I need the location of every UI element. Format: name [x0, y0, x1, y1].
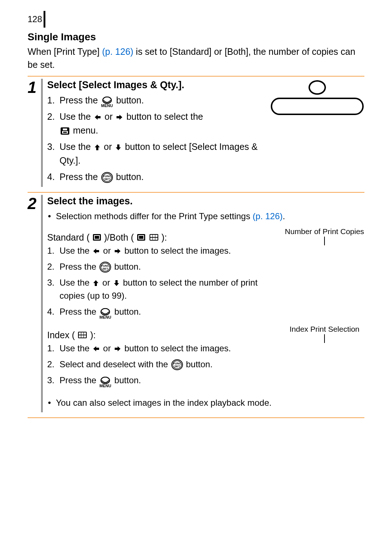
func-set-button-icon: FUNCSET: [171, 359, 183, 370]
step-1-number: 1: [28, 79, 41, 95]
step-1-item-4: Press the FUNCSET button.: [47, 170, 266, 184]
intro-text: When [Print Type] (p. 126) is set to [St…: [28, 45, 364, 71]
std-item-4: Press the MENU button.: [47, 305, 281, 318]
right-arrow-icon: [114, 248, 121, 254]
menu-button-icon: MENU: [99, 377, 111, 388]
svg-rect-29: [81, 332, 83, 335]
svg-rect-17: [153, 235, 155, 237]
std-item-2: Press the FUNCSET button.: [47, 260, 281, 273]
svg-rect-21: [155, 238, 158, 240]
camera-body-icon: [271, 98, 364, 115]
svg-rect-19: [150, 238, 152, 240]
left-arrow-icon: [93, 345, 100, 352]
page-ref-link[interactable]: (p. 126): [253, 211, 283, 221]
func-set-button-icon: FUNCSET: [99, 262, 111, 273]
svg-rect-2: [63, 128, 67, 130]
func-set-button-icon: FUNCSET: [101, 172, 113, 183]
page-ref-link[interactable]: (p. 126): [102, 46, 133, 57]
svg-rect-4: [63, 132, 67, 133]
std-item-3: Use the or button to select the number o…: [47, 276, 281, 302]
page-number: 128: [28, 14, 42, 24]
svg-rect-32: [81, 335, 83, 338]
idx-item-2: Select and deselect with the FUNCSET but…: [47, 358, 281, 371]
standard-print-icon: [137, 234, 146, 241]
camera-dial-icon: [309, 80, 326, 95]
idx-item-3: Press the MENU button.: [47, 374, 281, 387]
svg-text:SET: SET: [174, 365, 180, 368]
index-grid-icon: [149, 234, 159, 241]
step-2-number: 2: [28, 196, 41, 212]
step-2-bullet-1: Selection methods differ for the Print T…: [47, 210, 364, 223]
step-2: 2 Select the images. Selection methods d…: [28, 193, 364, 418]
svg-rect-20: [153, 238, 155, 240]
pointer-line: [324, 237, 325, 245]
svg-rect-30: [84, 332, 86, 335]
svg-rect-16: [150, 235, 152, 237]
svg-rect-11: [95, 236, 99, 239]
menu-button-icon: MENU: [101, 97, 113, 108]
camera-control-figure: [270, 80, 364, 115]
svg-rect-28: [79, 332, 81, 335]
step-1-title: Select [Select Images & Qty.].: [47, 79, 266, 91]
svg-text:SET: SET: [104, 177, 110, 181]
step-2-bullet-2: You can also select images in the index …: [47, 396, 364, 409]
svg-rect-31: [79, 335, 81, 338]
up-arrow-icon: [93, 279, 99, 287]
right-arrow-icon: [116, 114, 123, 120]
up-arrow-icon: [94, 144, 101, 151]
section-title: Single Images: [28, 31, 364, 43]
intro-before: When [Print Type]: [28, 46, 102, 57]
left-arrow-icon: [94, 114, 101, 120]
page-number-bar: [44, 11, 45, 28]
svg-rect-14: [139, 236, 143, 239]
print-menu-icon: [60, 127, 70, 135]
index-selection-label: Index Print Selection: [285, 325, 364, 334]
std-item-1: Use the or button to select the images.: [47, 244, 281, 257]
svg-text:SET: SET: [102, 267, 108, 270]
standard-both-heading: Standard ( )/Both ( ):: [47, 232, 281, 243]
right-arrow-icon: [114, 345, 121, 352]
menu-button-icon: MENU: [99, 308, 111, 319]
index-grid-icon: [78, 331, 87, 339]
step-2-title: Select the images.: [47, 195, 364, 208]
pointer-line: [324, 334, 325, 343]
down-arrow-icon: [113, 279, 120, 287]
idx-item-1: Use the or button to select the images.: [47, 342, 281, 355]
step-1-item-1: Press the MENU button.: [47, 94, 266, 107]
page-number-row: 128: [28, 11, 364, 28]
step-1-item-3: Use the or button to select [Select Imag…: [47, 140, 266, 167]
left-arrow-icon: [93, 248, 100, 254]
index-heading: Index ( ):: [47, 330, 281, 340]
step-1: 1 Select [Select Images & Qty.]. Press t…: [28, 77, 364, 193]
svg-rect-18: [155, 235, 158, 237]
svg-rect-33: [84, 335, 86, 338]
step-1-item-2: Use the or button to select the menu.: [47, 110, 266, 137]
down-arrow-icon: [115, 144, 122, 151]
copies-label: Number of Print Copies: [285, 227, 364, 236]
standard-print-icon: [93, 234, 101, 241]
